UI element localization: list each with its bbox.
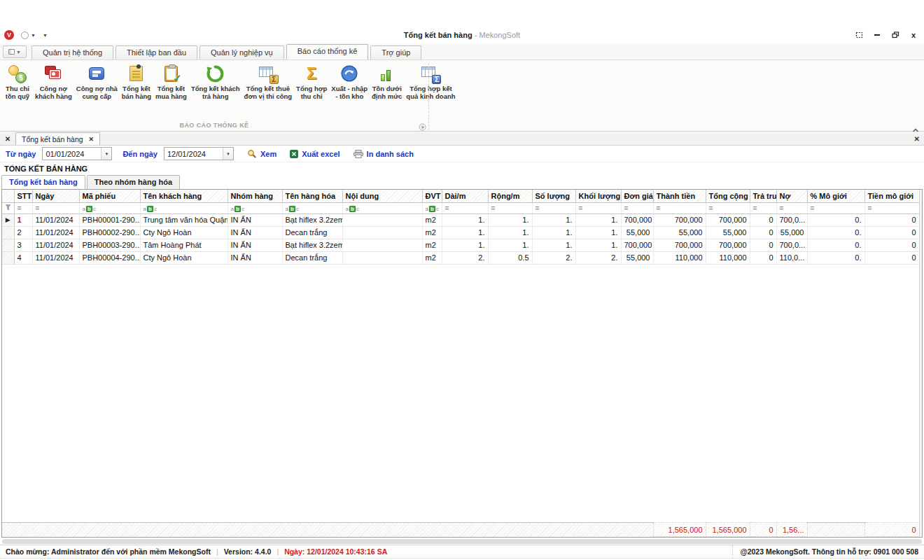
filter-cell[interactable]: = bbox=[442, 202, 488, 214]
column-header[interactable]: Đơn giá bbox=[621, 190, 653, 202]
table-cell[interactable]: 1. bbox=[532, 239, 575, 251]
table-cell[interactable]: 700,000 bbox=[706, 239, 750, 251]
table-cell[interactable]: 1. bbox=[575, 239, 621, 251]
table-cell[interactable]: 700,000 bbox=[653, 214, 706, 226]
column-header[interactable]: Nhóm hàng bbox=[227, 190, 282, 202]
table-cell[interactable]: 1. bbox=[575, 226, 621, 239]
close-all-tabs-icon[interactable]: ✕ bbox=[0, 132, 15, 145]
table-cell[interactable]: 0. bbox=[807, 251, 864, 264]
table-cell[interactable]: 1. bbox=[488, 214, 532, 226]
ribbon-tab[interactable]: Quản trị hệ thống bbox=[31, 46, 113, 59]
column-header[interactable]: % Mô giới bbox=[807, 190, 864, 202]
filter-cell[interactable]: abc bbox=[79, 202, 140, 214]
table-cell[interactable]: 11/01/2024 bbox=[32, 214, 79, 226]
ribbon-button[interactable]: Tổng kếtbán hàng bbox=[120, 62, 153, 101]
table-cell[interactable]: PBH00001-290... bbox=[79, 214, 140, 226]
table-cell[interactable]: 110,0... bbox=[776, 251, 807, 264]
table-cell[interactable] bbox=[342, 251, 422, 264]
table-cell[interactable]: 55,000 bbox=[621, 251, 653, 264]
table-cell[interactable]: 700,000 bbox=[653, 239, 706, 251]
table-cell[interactable]: 700,0... bbox=[776, 239, 807, 251]
window-menu-button[interactable]: ▼ bbox=[3, 46, 27, 58]
table-cell[interactable]: Bạt hiflex 3.2zem bbox=[282, 239, 342, 251]
table-cell[interactable]: IN ẤN bbox=[227, 226, 282, 239]
column-header[interactable]: Tên hàng hóa bbox=[282, 190, 342, 202]
filter-cell[interactable]: abc bbox=[282, 202, 342, 214]
filter-cell[interactable]: = bbox=[653, 202, 706, 214]
tab-close-icon[interactable]: ✕ bbox=[89, 136, 94, 143]
dropdown-arrow-icon[interactable]: ▼ bbox=[223, 148, 233, 160]
table-cell[interactable]: Tâm Hoàng Phát bbox=[140, 239, 227, 251]
table-cell[interactable]: 55,000 bbox=[621, 226, 653, 239]
table-cell[interactable]: 0. bbox=[807, 214, 864, 226]
table-cell[interactable]: 0. bbox=[807, 239, 864, 251]
column-header[interactable]: Mã phiếu bbox=[79, 190, 140, 202]
column-header[interactable]: Nội dung bbox=[342, 190, 422, 202]
filter-cell[interactable]: = bbox=[807, 202, 864, 214]
table-cell[interactable]: 0 bbox=[864, 239, 919, 251]
column-header[interactable]: Thành tiền bbox=[653, 190, 706, 202]
table-cell[interactable]: 110,000 bbox=[706, 251, 750, 264]
table-cell[interactable]: Cty Ngô Hoàn bbox=[140, 251, 227, 264]
table-cell[interactable]: 2. bbox=[575, 251, 621, 264]
ribbon-button[interactable]: ΣTổng hợp kếtquả kinh doanh bbox=[404, 62, 457, 101]
fit-icon[interactable] bbox=[854, 31, 864, 39]
column-header[interactable]: Tên khách hàng bbox=[140, 190, 227, 202]
table-cell[interactable]: 55,000 bbox=[776, 226, 807, 239]
filter-cell[interactable]: = bbox=[575, 202, 621, 214]
filter-cell[interactable]: abc bbox=[342, 202, 422, 214]
table-cell[interactable]: 1. bbox=[442, 226, 488, 239]
table-cell[interactable] bbox=[342, 226, 422, 239]
export-excel-button[interactable]: Xuất excel bbox=[290, 150, 340, 158]
ribbon-tab[interactable]: Quản lý nghiệp vụ bbox=[200, 46, 284, 59]
from-date-input[interactable]: 01/01/2024▼ bbox=[42, 147, 112, 160]
table-row[interactable]: 211/01/2024PBH00002-290...Cty Ngô HoànIN… bbox=[2, 226, 919, 239]
table-cell[interactable] bbox=[342, 239, 422, 251]
table-cell[interactable]: 700,0... bbox=[776, 214, 807, 226]
table-cell[interactable]: PBH00002-290... bbox=[79, 226, 140, 239]
column-header[interactable]: Dài/m bbox=[442, 190, 488, 202]
table-cell[interactable]: PBH00004-290... bbox=[79, 251, 140, 264]
filter-cell[interactable]: = bbox=[864, 202, 919, 214]
ribbon-tab[interactable]: Thiết lập ban đầu bbox=[115, 46, 197, 59]
table-cell[interactable]: 0 bbox=[864, 251, 919, 264]
table-cell[interactable]: 11/01/2024 bbox=[32, 251, 79, 264]
ribbon-button[interactable]: Xuất - nhập- tồn kho bbox=[329, 62, 370, 101]
ribbon-button[interactable]: Công nợkhách hàng bbox=[33, 62, 74, 101]
ribbon-button[interactable]: ✓Tổng kếtmua hàng bbox=[153, 62, 189, 101]
filter-cell[interactable]: = bbox=[621, 202, 653, 214]
column-header[interactable]: Rộng/m bbox=[488, 190, 532, 202]
ribbon-tab[interactable]: Báo cáo thống kê bbox=[286, 44, 369, 59]
table-cell[interactable]: IN ẤN bbox=[227, 251, 282, 264]
close-icon[interactable]: x bbox=[909, 31, 918, 39]
filter-cell[interactable]: = bbox=[706, 202, 750, 214]
filter-cell[interactable]: abc bbox=[140, 202, 227, 214]
table-cell[interactable]: 0 bbox=[750, 226, 776, 239]
table-cell[interactable]: Decan trắng bbox=[282, 226, 342, 239]
table-cell[interactable] bbox=[342, 214, 422, 226]
filter-cell[interactable]: = bbox=[750, 202, 776, 214]
table-cell[interactable]: 1. bbox=[488, 226, 532, 239]
table-cell[interactable]: 0 bbox=[750, 214, 776, 226]
table-cell[interactable]: 0. bbox=[807, 226, 864, 239]
report-sub-tab[interactable]: Tổng kết bán hàng bbox=[1, 175, 85, 189]
minimize-icon[interactable] bbox=[872, 31, 882, 39]
table-cell[interactable]: 0 bbox=[864, 214, 919, 226]
table-cell[interactable]: m2 bbox=[422, 226, 442, 239]
table-row[interactable]: 411/01/2024PBH00004-290...Cty Ngô HoànIN… bbox=[2, 251, 919, 264]
dropdown-arrow-icon[interactable]: ▼ bbox=[101, 148, 111, 160]
filter-cell[interactable]: abc bbox=[422, 202, 442, 214]
table-cell[interactable]: 3 bbox=[14, 239, 32, 251]
column-header[interactable]: STT bbox=[14, 190, 32, 202]
table-row[interactable]: 311/01/2024PBH00003-290...Tâm Hoàng Phát… bbox=[2, 239, 919, 251]
filter-cell[interactable]: = bbox=[32, 202, 79, 214]
restore-icon[interactable] bbox=[890, 31, 900, 39]
table-cell[interactable]: 1. bbox=[532, 214, 575, 226]
table-cell[interactable]: 11/01/2024 bbox=[32, 226, 79, 239]
ribbon-button[interactable]: Tồn dướiđịnh mức bbox=[370, 62, 404, 101]
table-cell[interactable]: 2 bbox=[14, 226, 32, 239]
doc-tab-active[interactable]: Tổng kết bán hàng✕ bbox=[15, 132, 100, 145]
filter-cell[interactable]: = bbox=[488, 202, 532, 214]
column-header[interactable]: Số lượng bbox=[532, 190, 575, 202]
table-cell[interactable]: m2 bbox=[422, 214, 442, 226]
